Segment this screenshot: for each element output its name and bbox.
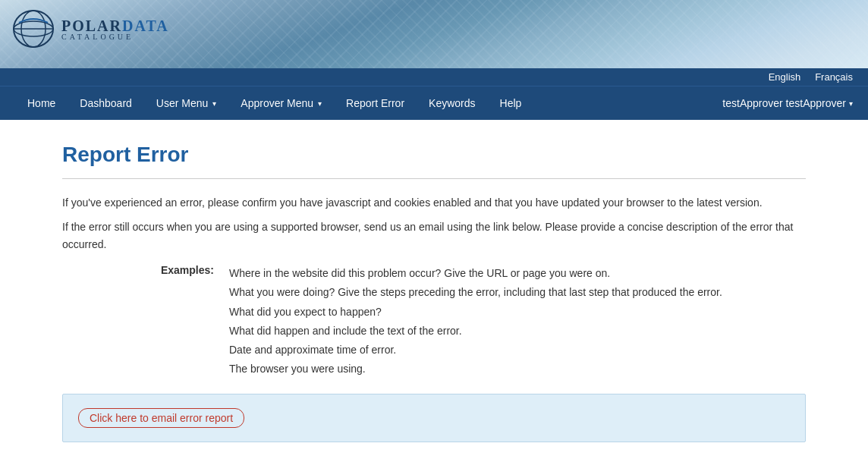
list-item: What you were doing? Give the steps prec…	[229, 283, 722, 302]
logo-area: POLARDATA CATALOGUE	[11, 9, 169, 49]
francais-link[interactable]: Français	[815, 71, 853, 83]
email-error-report-link[interactable]: Click here to email error report	[78, 408, 244, 428]
nav-user-menu[interactable]: User Menu ▾	[144, 86, 228, 120]
intro-paragraph-1: If you've experienced an error, please c…	[62, 194, 806, 211]
logo-polar-data: POLARDATA	[61, 17, 169, 34]
nav-approver-menu[interactable]: Approver Menu ▾	[228, 86, 334, 120]
logo-icon	[11, 9, 55, 49]
user-menu-dropdown-icon: ▾	[212, 99, 216, 108]
title-divider	[62, 178, 806, 179]
examples-list: Where in the website did this problem oc…	[229, 264, 722, 379]
examples-label: Examples:	[153, 264, 214, 379]
intro-paragraph-2: If the error still occurs when you are u…	[62, 218, 806, 253]
nav-dashboard[interactable]: Dashboard	[68, 86, 144, 120]
nav-keywords[interactable]: Keywords	[417, 86, 487, 120]
user-name: testApprover testApprover	[722, 97, 846, 109]
user-dropdown-icon: ▾	[849, 99, 853, 108]
list-item: The browser you were using.	[229, 360, 722, 379]
nav-report-error[interactable]: Report Error	[334, 86, 417, 120]
nav-home[interactable]: Home	[15, 86, 68, 120]
examples-section: Examples: Where in the website did this …	[153, 264, 806, 379]
list-item: Date and approximate time of error.	[229, 341, 722, 360]
english-link[interactable]: English	[769, 71, 801, 83]
main-content: Report Error If you've experienced an er…	[32, 143, 836, 442]
header-banner: POLARDATA CATALOGUE	[0, 0, 868, 68]
list-item: Where in the website did this problem oc…	[229, 264, 722, 283]
nav-links: Home Dashboard User Menu ▾ Approver Menu…	[15, 86, 533, 120]
approver-menu-dropdown-icon: ▾	[318, 99, 322, 108]
page-title: Report Error	[62, 143, 806, 167]
navbar: Home Dashboard User Menu ▾ Approver Menu…	[0, 86, 868, 120]
nav-help[interactable]: Help	[488, 86, 534, 120]
email-box: Click here to email error report	[62, 394, 806, 442]
list-item: What did you expect to happen?	[229, 303, 722, 322]
list-item: What did happen and include the text of …	[229, 322, 722, 341]
user-menu-button[interactable]: testApprover testApprover ▾	[722, 86, 853, 120]
language-bar: English Français	[0, 68, 868, 86]
logo-text: POLARDATA CATALOGUE	[61, 17, 169, 41]
